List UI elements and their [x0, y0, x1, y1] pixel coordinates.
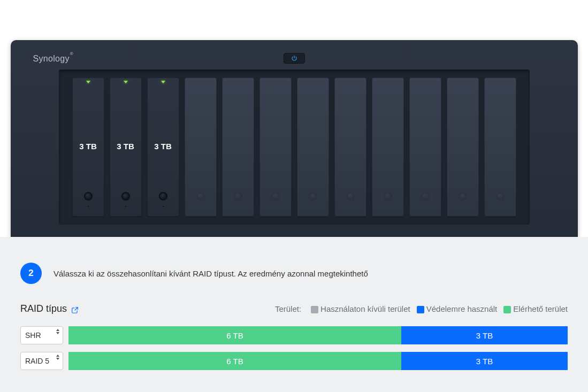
drive-bay[interactable]: [372, 78, 404, 217]
drive-bay-row: 3 TB3 TB3 TB: [59, 70, 530, 225]
capacity-bar: 6 TB3 TB: [68, 352, 568, 370]
capacity-segment-protection: 3 TB: [401, 326, 568, 344]
capacity-segment-available: 6 TB: [68, 326, 401, 344]
raid-rows-container: SHR6 TB3 TBRAID 56 TB3 TB: [20, 326, 568, 370]
drive-dot-icon: [163, 206, 164, 207]
nas-top: Synology®: [11, 40, 578, 72]
raid-type-value: SHR: [25, 331, 41, 340]
legend-text-available: Elérhető terület: [513, 304, 568, 313]
drive-bay[interactable]: [447, 78, 479, 217]
raid-type-heading: RAID típus: [20, 303, 79, 314]
drive-lock-icon: [346, 192, 355, 201]
drive-dot-icon: [88, 206, 89, 207]
raid-type-select[interactable]: RAID 5: [20, 352, 63, 370]
power-icon: [291, 55, 297, 62]
drive-lock-icon: [271, 192, 280, 201]
step-number-badge: 2: [20, 263, 42, 284]
drive-bay[interactable]: [259, 78, 292, 217]
brand-logo: Synology®: [33, 54, 73, 64]
capacity-bar: 6 TB3 TB: [68, 326, 568, 344]
legend-item-available: Elérhető terület: [503, 304, 568, 313]
drive-bay[interactable]: [484, 78, 516, 217]
drive-bay[interactable]: [334, 78, 366, 217]
select-stepper-icon: [56, 329, 59, 334]
drive-lock-icon: [196, 192, 205, 201]
drive-bay[interactable]: [185, 78, 217, 217]
drive-lock-icon: [84, 192, 93, 201]
drive-size-label: 3 TB: [72, 142, 104, 151]
drive-led-icon: [86, 81, 90, 83]
external-link-icon[interactable]: [71, 305, 79, 313]
drive-lock-icon: [459, 192, 467, 201]
raid-header-row: RAID típus Terület: Használaton kívüli t…: [20, 303, 568, 314]
drive-lock-icon: [121, 192, 130, 201]
capacity-segment-protection: 3 TB: [401, 352, 568, 370]
drive-size-label: 3 TB: [147, 142, 179, 151]
raid-type-label-text: RAID típus: [20, 303, 67, 314]
drive-led-icon: [161, 81, 165, 83]
drive-size-label: 3 TB: [110, 142, 142, 151]
drive-bay[interactable]: 3 TB: [147, 78, 179, 217]
legend-title: Terület:: [275, 304, 301, 313]
select-stepper-icon: [56, 355, 59, 360]
raid-type-select[interactable]: SHR: [20, 326, 63, 344]
drive-bay[interactable]: 3 TB: [72, 78, 104, 217]
raid-compare-panel: 2 Válassza ki az összehasonlítani kívánt…: [0, 237, 588, 392]
drive-lock-icon: [384, 192, 392, 201]
raid-type-value: RAID 5: [25, 357, 49, 365]
nas-device: Synology® 3 TB3 TB3 TB: [11, 40, 578, 237]
legend-item-protection: Védelemre használt: [417, 304, 498, 313]
raid-row: RAID 56 TB3 TB: [20, 352, 568, 370]
swatch-available: [503, 306, 511, 313]
swatch-protection: [417, 306, 424, 313]
drive-bay[interactable]: [409, 78, 441, 217]
raid-row: SHR6 TB3 TB: [20, 326, 568, 344]
drive-bay[interactable]: [222, 78, 254, 217]
legend: Terület: Használaton kívüli terület Véde…: [275, 304, 568, 313]
step-instruction: Válassza ki az összehasonlítani kívánt R…: [54, 269, 368, 278]
legend-item-unused: Használaton kívüli terület: [311, 304, 410, 313]
drive-lock-icon: [234, 192, 242, 201]
step-row: 2 Válassza ki az összehasonlítani kívánt…: [20, 263, 568, 284]
legend-text-protection: Védelemre használt: [426, 304, 498, 313]
drive-lock-icon: [309, 192, 317, 201]
brand-text: Synology: [33, 54, 70, 63]
registered-mark: ®: [70, 51, 73, 56]
drive-dot-icon: [125, 206, 126, 207]
drive-lock-icon: [159, 192, 167, 201]
capacity-segment-available: 6 TB: [68, 352, 401, 370]
drive-led-icon: [124, 81, 128, 83]
power-button[interactable]: [284, 53, 305, 64]
drive-lock-icon: [496, 192, 505, 201]
drive-bay[interactable]: [297, 78, 329, 217]
legend-text-unused: Használaton kívüli terület: [320, 304, 410, 313]
drive-lock-icon: [421, 192, 430, 201]
swatch-unused: [311, 306, 318, 313]
drive-bay[interactable]: 3 TB: [110, 78, 142, 217]
